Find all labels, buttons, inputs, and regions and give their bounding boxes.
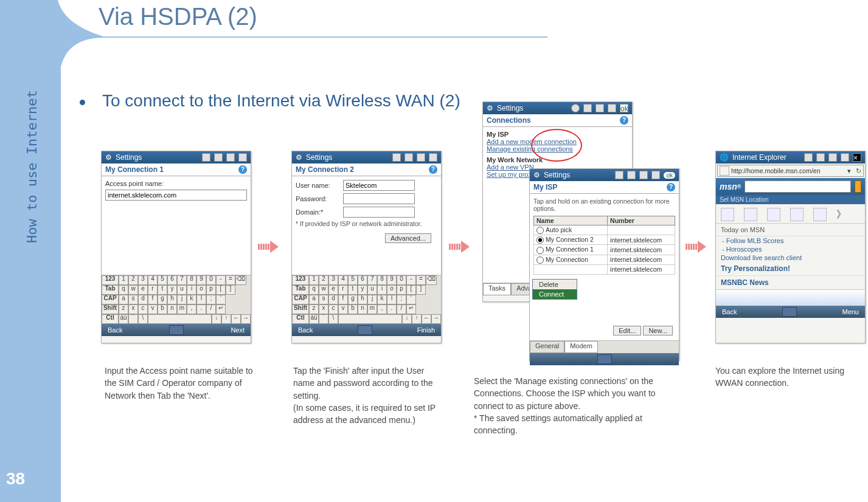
help-icon[interactable]: ? <box>238 165 247 174</box>
page-title: Via HSDPA (2) <box>99 3 257 30</box>
context-menu: Delete Connect <box>532 279 577 300</box>
svg-rect-12 <box>686 244 687 250</box>
page-subtitle: My Connection 1? <box>102 163 251 176</box>
go-icon[interactable]: ↻ <box>853 167 863 174</box>
portal-link[interactable]: - Follow MLB Scores <box>716 236 865 245</box>
status-icons <box>392 153 437 162</box>
highlight-circle <box>531 129 582 162</box>
status-icons: × <box>804 153 861 162</box>
table-row[interactable]: Auto pick <box>534 225 675 235</box>
svg-rect-15 <box>693 244 695 250</box>
help-icon[interactable]: ? <box>429 165 437 174</box>
screenshot-step1: ⚙ Settings My Connection 1? Access point… <box>101 151 251 343</box>
domain-input[interactable] <box>343 207 415 218</box>
dropdown-icon[interactable]: ▾ <box>845 167 853 174</box>
tab-modem[interactable]: Modem <box>564 341 598 353</box>
set-location-bar[interactable]: Set MSN Location <box>716 195 865 204</box>
svg-rect-13 <box>688 244 690 250</box>
tap-hold-note: Tap and hold on an existing connection f… <box>533 198 675 212</box>
on-screen-keyboard[interactable]: 1231234567890-=⌫ Tabqwertyuiop[] CAPasdf… <box>102 275 251 324</box>
sip-icon[interactable] <box>358 325 372 335</box>
more-icon[interactable]: 》 <box>836 208 846 221</box>
portal-icon[interactable] <box>813 208 827 221</box>
portal-icon[interactable] <box>767 208 780 221</box>
tab-tasks[interactable]: Tasks <box>483 283 511 295</box>
window-title: Internet Explorer <box>732 153 786 162</box>
portal-link[interactable]: - Horoscopes <box>716 245 865 253</box>
sip-icon[interactable] <box>169 325 184 335</box>
svg-rect-7 <box>451 244 453 250</box>
main-bullet: To connect to the Internet via Wireless … <box>80 91 460 111</box>
svg-rect-0 <box>258 244 260 250</box>
tab-general[interactable]: General <box>530 341 564 353</box>
softkey-back[interactable]: Back <box>722 308 737 315</box>
portal-link[interactable]: Try Personalization! <box>716 262 865 276</box>
svg-rect-9 <box>456 244 458 250</box>
context-connect[interactable]: Connect <box>533 289 577 299</box>
table-row[interactable]: My Connection 1internet.sktelecom <box>534 245 675 255</box>
settings-icon: ⚙ <box>105 153 112 162</box>
page-subtitle: Connections? <box>483 114 632 127</box>
arrow-icon <box>258 239 279 254</box>
new-button[interactable]: New... <box>643 326 673 335</box>
search-button[interactable] <box>855 181 861 193</box>
svg-rect-8 <box>454 244 456 250</box>
window-title: Settings <box>544 171 570 179</box>
softkey-back[interactable]: Back <box>298 326 313 334</box>
ok-button[interactable]: ok <box>664 172 675 179</box>
table-row[interactable]: My Connection 2internet.sktelecom <box>534 235 675 245</box>
screenshot-step3-front: ⚙ Settings ok My ISP? Tap and hold on an… <box>529 168 679 361</box>
caption-step1: Input the Access point name suitable to … <box>105 365 257 402</box>
svg-rect-4 <box>268 244 269 250</box>
softkey-menu[interactable]: Menu <box>842 308 859 315</box>
window-titlebar: ⚙ Settings <box>102 151 251 163</box>
softkey-back[interactable]: Back <box>108 326 122 334</box>
table-row[interactable]: internet.sktelecom <box>534 264 675 274</box>
help-icon[interactable]: ? <box>667 183 675 191</box>
arrow-icon <box>686 239 706 254</box>
section-label: How to use Internet <box>24 90 40 243</box>
domain-note: * If provided by ISP or network administ… <box>296 220 437 227</box>
svg-rect-3 <box>265 244 267 250</box>
window-titlebar: ⚙ Settings <box>292 151 441 163</box>
msn-search-input[interactable] <box>745 181 851 193</box>
context-delete[interactable]: Delete <box>533 280 577 289</box>
svg-marker-5 <box>270 241 279 253</box>
edit-button[interactable]: Edit... <box>613 326 641 335</box>
password-input[interactable] <box>343 193 415 204</box>
svg-rect-1 <box>260 244 262 250</box>
sip-icon[interactable] <box>597 354 612 364</box>
sip-icon[interactable] <box>782 307 797 317</box>
help-icon[interactable]: ? <box>620 116 628 125</box>
window-titlebar: ⚙ Settings ok <box>483 102 632 114</box>
apn-input[interactable] <box>105 190 247 201</box>
portal-icon[interactable] <box>790 208 804 221</box>
svg-marker-11 <box>461 241 470 253</box>
softkey-bar: Back Finish <box>292 324 441 336</box>
caption-step2: Tap the 'Finish' after input the User na… <box>293 365 439 426</box>
window-titlebar: ⚙ Settings ok <box>530 169 679 181</box>
page-number: 38 <box>6 469 25 489</box>
address-bar[interactable]: http://home.mobile.msn.com/en ▾ ↻ <box>717 165 864 177</box>
portal-icon[interactable] <box>744 208 757 221</box>
svg-marker-17 <box>698 241 706 253</box>
on-screen-keyboard[interactable]: 1231234567890-=⌫ Tabqwertyuiop[] CAPasdf… <box>292 275 441 324</box>
softkey-bar: Back Next <box>102 324 251 336</box>
svg-rect-16 <box>695 244 697 250</box>
settings-icon: ⚙ <box>487 104 493 112</box>
page-subtitle: My ISP? <box>530 181 679 194</box>
table-row[interactable]: My Connectioninternet.sktelecom <box>534 255 675 264</box>
status-icons <box>202 153 247 162</box>
advanced-button[interactable]: Advanced... <box>385 233 431 243</box>
svg-rect-2 <box>263 244 265 250</box>
sidebar: 38 <box>0 0 76 502</box>
window-titlebar: 🌐 Internet Explorer × <box>716 151 865 163</box>
bullet-icon <box>80 100 85 105</box>
softkey-finish[interactable]: Finish <box>417 326 435 334</box>
softkey-next[interactable]: Next <box>231 326 245 334</box>
portal-link[interactable]: MSNBC News <box>716 276 865 289</box>
portal-icon[interactable] <box>721 208 734 221</box>
portal-link[interactable]: Download live search client <box>716 253 865 262</box>
username-input[interactable] <box>343 180 415 191</box>
username-label: User name: <box>296 182 343 189</box>
